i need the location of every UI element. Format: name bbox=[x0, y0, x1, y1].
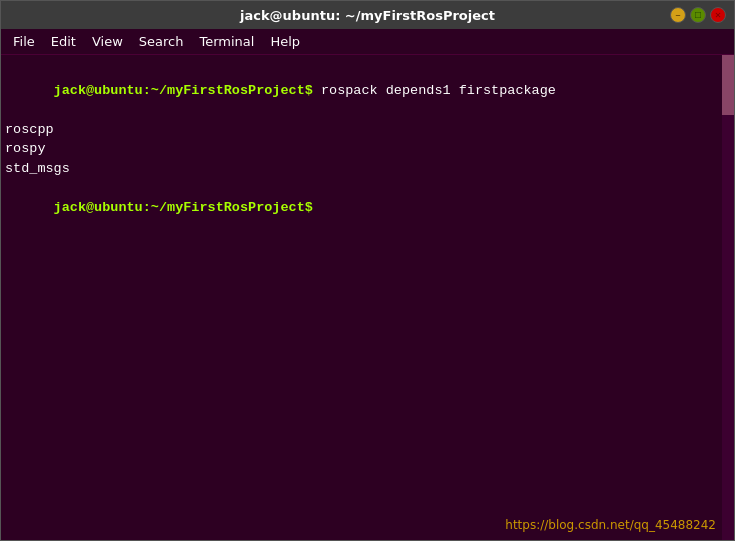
close-button[interactable]: ✕ bbox=[710, 7, 726, 23]
terminal-line-3: rospy bbox=[5, 139, 730, 159]
menu-search[interactable]: Search bbox=[131, 32, 192, 51]
terminal-line-5: jack@ubuntu:~/myFirstRosProject$ bbox=[5, 178, 730, 237]
terminal-content[interactable]: jack@ubuntu:~/myFirstRosProject$ rospack… bbox=[1, 55, 734, 540]
window-title: jack@ubuntu: ~/myFirstRosProject bbox=[240, 8, 495, 23]
title-bar: jack@ubuntu: ~/myFirstRosProject – □ ✕ bbox=[1, 1, 734, 29]
menu-terminal[interactable]: Terminal bbox=[191, 32, 262, 51]
minimize-button[interactable]: – bbox=[670, 7, 686, 23]
menu-bar: File Edit View Search Terminal Help bbox=[1, 29, 734, 55]
menu-edit[interactable]: Edit bbox=[43, 32, 84, 51]
terminal-window: jack@ubuntu: ~/myFirstRosProject – □ ✕ F… bbox=[0, 0, 735, 541]
menu-help[interactable]: Help bbox=[262, 32, 308, 51]
scrollbar-thumb[interactable] bbox=[722, 55, 734, 115]
menu-file[interactable]: File bbox=[5, 32, 43, 51]
terminal-line-2: roscpp bbox=[5, 120, 730, 140]
prompt-1: jack@ubuntu:~/myFirstRosProject$ bbox=[54, 83, 313, 98]
terminal-line-4: std_msgs bbox=[5, 159, 730, 179]
prompt-2: jack@ubuntu:~/myFirstRosProject$ bbox=[54, 200, 313, 215]
terminal-line-1: jack@ubuntu:~/myFirstRosProject$ rospack… bbox=[5, 61, 730, 120]
command-1: rospack depends1 firstpackage bbox=[313, 83, 556, 98]
menu-view[interactable]: View bbox=[84, 32, 131, 51]
maximize-button[interactable]: □ bbox=[690, 7, 706, 23]
window-controls: – □ ✕ bbox=[670, 7, 726, 23]
scrollbar[interactable] bbox=[722, 55, 734, 540]
watermark: https://blog.csdn.net/qq_45488242 bbox=[505, 518, 716, 532]
